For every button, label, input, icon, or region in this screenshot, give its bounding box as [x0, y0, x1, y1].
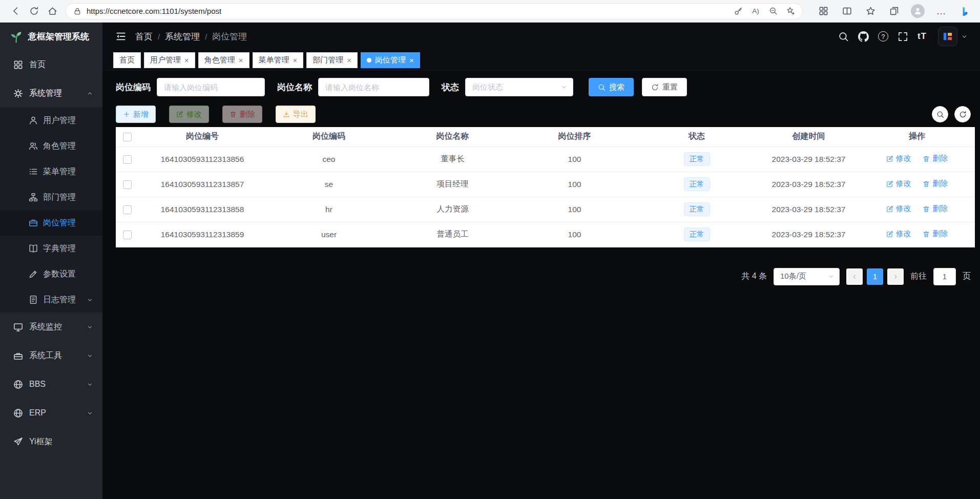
app-logo[interactable]: 意框架管理系统: [0, 23, 102, 50]
read-aloud-button[interactable]: A): [747, 4, 764, 18]
page-content: 岗位编码 岗位名称 状态 岗位状态 搜索 重置: [102, 71, 980, 499]
row-delete-link[interactable]: 删除: [923, 154, 948, 163]
font-size-button[interactable]: tT: [918, 31, 927, 41]
favorites-button[interactable]: [861, 2, 880, 20]
url-input[interactable]: [87, 7, 729, 15]
post-code-input[interactable]: [157, 78, 265, 96]
sidebar-item-bbs[interactable]: BBS: [0, 370, 102, 399]
row-delete-link[interactable]: 删除: [923, 229, 948, 239]
cell-post-id: 1641030593112313859: [138, 222, 266, 247]
sidebar-item-role-management[interactable]: 角色管理: [0, 133, 102, 159]
edit-icon: [886, 155, 893, 162]
split-screen-button[interactable]: [838, 2, 856, 20]
sidebar-item-log-management[interactable]: 日志管理: [0, 287, 102, 313]
row-edit-link[interactable]: 修改: [886, 229, 911, 239]
top-navbar: 首页 / 系统管理 / 岗位管理 ? tT: [102, 23, 980, 50]
edit-button[interactable]: 修改: [169, 106, 209, 123]
row-delete-link[interactable]: 删除: [923, 179, 948, 189]
sidebar-toggle-button[interactable]: [113, 28, 129, 45]
paper-plane-icon: [13, 437, 23, 447]
sidebar-item-post-management[interactable]: 岗位管理: [0, 210, 102, 236]
tab-home[interactable]: 首页: [113, 52, 141, 68]
sidebar-item-system-monitor[interactable]: 系统监控: [0, 313, 102, 341]
tab-close-icon[interactable]: ×: [239, 56, 243, 64]
sidebar-item-menu-management[interactable]: 菜单管理: [0, 159, 102, 184]
browser-back-button[interactable]: [6, 2, 25, 20]
key-icon: [734, 7, 743, 15]
user-icon: [29, 116, 38, 125]
page-size-select[interactable]: 10条/页: [774, 268, 840, 285]
add-favorite-button[interactable]: [782, 4, 799, 18]
export-button[interactable]: 导出: [276, 106, 316, 123]
row-checkbox[interactable]: [123, 155, 132, 164]
reset-button[interactable]: 重置: [642, 78, 687, 96]
avatar-image: [942, 30, 954, 43]
sidebar-item-system-management[interactable]: 系统管理: [0, 79, 102, 108]
row-edit-link[interactable]: 修改: [886, 204, 911, 214]
goto-page-input[interactable]: [933, 268, 956, 285]
tab-label: 菜单管理: [259, 55, 289, 65]
collections-icon: [889, 6, 899, 16]
search-button[interactable]: 搜索: [589, 78, 634, 96]
cell-post-code: ceo: [266, 147, 391, 172]
toggle-search-button[interactable]: [932, 106, 948, 122]
user-avatar-button[interactable]: [936, 27, 968, 46]
sidebar-item-param-settings[interactable]: 参数设置: [0, 261, 102, 287]
sidebar-item-system-tools[interactable]: 系统工具: [0, 341, 102, 370]
browser-action-cluster: …: [810, 2, 976, 20]
briefcase-icon: [29, 218, 38, 227]
tab-menu-management[interactable]: 菜单管理×: [253, 52, 304, 68]
trash-icon: [923, 231, 930, 238]
sidebar-item-yi-framework[interactable]: Yi框架: [0, 427, 102, 456]
tab-close-icon[interactable]: ×: [293, 56, 298, 64]
row-edit-link[interactable]: 修改: [886, 154, 911, 163]
breadcrumb-home[interactable]: 首页: [135, 31, 153, 43]
sidebar-item-erp[interactable]: ERP: [0, 399, 102, 427]
next-page-button[interactable]: ›: [887, 268, 904, 285]
password-key-button[interactable]: [729, 4, 747, 18]
page-number-1[interactable]: 1: [867, 268, 883, 285]
header-search-button[interactable]: [838, 31, 849, 42]
sidebar-item-dict-management[interactable]: 字典管理: [0, 236, 102, 261]
sidebar-item-dept-management[interactable]: 部门管理: [0, 184, 102, 210]
fullscreen-button[interactable]: [898, 31, 908, 42]
delete-button[interactable]: 删除: [222, 106, 262, 123]
browser-refresh-button[interactable]: [25, 2, 43, 20]
refresh-icon: [29, 6, 39, 16]
sidebar-item-label: BBS: [29, 380, 46, 389]
help-button[interactable]: ?: [878, 31, 888, 41]
tab-post-management[interactable]: 岗位管理×: [361, 52, 420, 68]
browser-home-button[interactable]: [43, 2, 61, 20]
select-all-checkbox[interactable]: [123, 133, 132, 141]
refresh-table-button[interactable]: [954, 106, 971, 122]
browser-more-button[interactable]: …: [932, 2, 950, 20]
zoom-button[interactable]: [764, 4, 782, 18]
extensions-button[interactable]: [814, 2, 832, 20]
row-delete-link[interactable]: 删除: [923, 204, 948, 214]
status-badge: 正常: [684, 202, 710, 216]
status-select[interactable]: 岗位状态: [465, 78, 573, 96]
github-button[interactable]: [858, 31, 869, 42]
bing-button[interactable]: [955, 2, 974, 20]
chevron-down-icon: [87, 352, 93, 359]
tab-close-icon[interactable]: ×: [347, 56, 351, 64]
row-edit-link[interactable]: 修改: [886, 179, 911, 189]
row-checkbox[interactable]: [123, 231, 132, 239]
tab-dept-management[interactable]: 部门管理×: [306, 52, 358, 68]
prev-page-button[interactable]: ‹: [846, 268, 863, 285]
row-checkbox[interactable]: [123, 180, 132, 189]
sidebar-item-user-management[interactable]: 用户管理: [0, 108, 102, 133]
tab-user-management[interactable]: 用户管理×: [144, 52, 195, 68]
breadcrumb-system-management[interactable]: 系统管理: [165, 31, 200, 43]
table-row: 1641030593112313857 se 项目经理 100 正常 2023-…: [116, 172, 975, 197]
add-button[interactable]: 新增: [116, 106, 156, 123]
sidebar-item-home[interactable]: 首页: [0, 50, 102, 79]
address-bar[interactable]: A): [66, 3, 803, 19]
post-name-input[interactable]: [318, 78, 429, 96]
tab-close-icon[interactable]: ×: [409, 56, 414, 64]
row-checkbox[interactable]: [123, 205, 132, 214]
tab-role-management[interactable]: 角色管理×: [198, 52, 249, 68]
profile-button[interactable]: [908, 2, 927, 20]
tab-close-icon[interactable]: ×: [184, 56, 189, 64]
collections-button[interactable]: [885, 2, 903, 20]
